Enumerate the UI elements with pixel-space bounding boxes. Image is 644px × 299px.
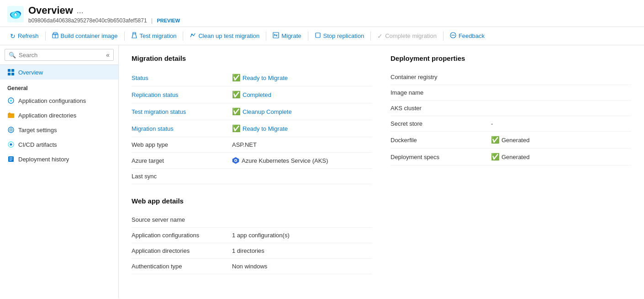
migrate-icon xyxy=(273,32,279,40)
replication-badge: ✅ Completed xyxy=(232,91,271,99)
svg-point-15 xyxy=(453,35,454,36)
dockerfile-label: Dockerfile xyxy=(391,137,491,144)
refresh-button[interactable]: ↻ Refresh xyxy=(5,30,43,42)
search-icon: 🔍 xyxy=(9,52,16,59)
test-migration-status-value: ✅ Cleanup Complete xyxy=(232,107,372,116)
toolbar-separator-7 xyxy=(443,32,443,41)
clean-up-label: Clean up test migration xyxy=(198,32,259,39)
auth-type-label: Authentication type xyxy=(132,263,232,270)
sidebar-item-deployment-history[interactable]: Deployment history xyxy=(0,152,118,166)
replication-status-value: ✅ Completed xyxy=(232,91,372,99)
toolbar-separator-2 xyxy=(124,32,125,41)
build-container-image-button[interactable]: Build container image xyxy=(48,30,122,42)
stop-replication-icon xyxy=(315,32,321,40)
feedback-icon xyxy=(450,32,456,40)
sidebar-item-cicd-artifacts[interactable]: CI/CD artifacts xyxy=(0,137,118,152)
azure-target-text: Azure Kubernetes Service (AKS) xyxy=(242,157,328,164)
sidebar-item-overview[interactable]: Overview xyxy=(0,65,118,80)
image-name-row: Image name xyxy=(391,85,631,101)
sidebar-overview-label: Overview xyxy=(18,69,43,76)
migration-details-section: Migration details Status ✅ Ready to Migr… xyxy=(132,54,372,184)
aks-cluster-row: AKS cluster xyxy=(391,101,631,116)
collapse-button[interactable]: « xyxy=(106,51,110,59)
app-configs-label: Application configurations xyxy=(132,232,232,239)
page-subtitle: b09806da640638a295278e040c9b6503afef5871… xyxy=(28,17,637,24)
feedback-button[interactable]: Feedback xyxy=(445,30,489,42)
aks-icon xyxy=(232,157,239,164)
last-sync-label: Last sync xyxy=(132,173,232,180)
svg-point-14 xyxy=(451,35,452,36)
status-value: ✅ Ready to Migrate xyxy=(232,74,372,82)
app-dirs-label: Application directories xyxy=(132,247,232,254)
build-label: Build container image xyxy=(61,32,118,39)
toolbar-separator-3 xyxy=(183,32,183,41)
deployment-specs-text: Generated xyxy=(501,154,529,160)
web-app-details-title: Web app details xyxy=(132,197,372,205)
sidebar-app-configurations-label: Application configurations xyxy=(18,97,86,104)
clean-up-button[interactable]: Clean up test migration xyxy=(185,30,264,42)
app-configurations-icon xyxy=(7,97,15,104)
page-header: Overview ... b09806da640638a295278e040c9… xyxy=(0,0,644,27)
test-migration-label: Test migration xyxy=(140,32,177,39)
replication-status-label: Replication status xyxy=(132,91,232,98)
migration-text: Ready to Migrate xyxy=(243,125,288,132)
more-options-button[interactable]: ... xyxy=(77,6,84,16)
migration-status-row: Migration status ✅ Ready to Migrate xyxy=(132,120,372,137)
app-directories-icon xyxy=(7,112,15,119)
deployment-specs-row: Deployment specs ✅ Generated xyxy=(391,149,631,166)
aks-cluster-label: AKS cluster xyxy=(391,105,491,112)
replication-dot: ✅ xyxy=(232,91,241,99)
search-box: 🔍 « xyxy=(5,49,114,61)
migrate-button[interactable]: Migrate xyxy=(268,30,306,42)
migrate-label: Migrate xyxy=(281,32,301,39)
complete-migration-button[interactable]: ✓ Complete migration xyxy=(373,30,441,42)
svg-rect-23 xyxy=(8,113,14,118)
preview-badge: PREVIEW xyxy=(157,18,180,23)
main-content: Migration details Status ✅ Ready to Migr… xyxy=(119,45,644,299)
title-text: Overview xyxy=(28,5,73,16)
svg-point-16 xyxy=(454,35,454,36)
sidebar-general-section: General xyxy=(0,80,118,93)
migration-status-label: Migration status xyxy=(132,125,232,132)
toolbar: ↻ Refresh Build container image Test mig… xyxy=(0,27,644,45)
sidebar-item-target-settings[interactable]: Target settings xyxy=(0,123,118,137)
stop-replication-button[interactable]: Stop replication xyxy=(310,30,369,42)
svg-point-28 xyxy=(10,144,12,146)
sidebar-item-app-configurations[interactable]: Application configurations xyxy=(0,93,118,108)
secret-store-value: - xyxy=(491,120,631,127)
svg-rect-20 xyxy=(11,73,14,75)
deployment-history-icon xyxy=(7,155,15,163)
search-input[interactable] xyxy=(19,52,101,59)
dockerfile-text: Generated xyxy=(501,137,529,144)
last-sync-row: Last sync xyxy=(132,169,372,184)
dockerfile-dot: ✅ xyxy=(491,136,500,144)
container-registry-label: Container registry xyxy=(391,74,491,80)
deployment-specs-badge: ✅ Generated xyxy=(491,153,529,161)
overview-icon xyxy=(7,69,15,76)
sidebar-app-directories-label: Application directories xyxy=(18,112,76,119)
auth-type-row: Authentication type Non windows xyxy=(132,259,372,274)
app-dirs-value: 1 directories xyxy=(232,247,372,254)
migration-badge: ✅ Ready to Migrate xyxy=(232,124,288,133)
main-layout: 🔍 « Overview General Application configu… xyxy=(0,45,644,299)
azure-target-value: Azure Kubernetes Service (AKS) xyxy=(232,157,372,164)
web-app-type-label: Web app type xyxy=(132,141,232,148)
svg-rect-19 xyxy=(8,73,11,75)
deployment-specs-label: Deployment specs xyxy=(391,154,491,160)
svg-rect-5 xyxy=(15,15,16,16)
toolbar-separator-4 xyxy=(266,32,266,41)
target-settings-icon xyxy=(7,126,15,133)
replication-status-row: Replication status ✅ Completed xyxy=(132,86,372,103)
status-badge: ✅ Ready to Migrate xyxy=(232,74,288,82)
test-migration-badge: ✅ Cleanup Complete xyxy=(232,107,292,116)
source-server-row: Source server name xyxy=(132,212,372,228)
web-app-type-value: ASP.NET xyxy=(232,141,372,148)
sidebar-item-app-directories[interactable]: Application directories xyxy=(0,108,118,123)
svg-rect-12 xyxy=(316,33,320,37)
web-app-details-section: Web app details Source server name Appli… xyxy=(132,197,372,274)
stop-replication-label: Stop replication xyxy=(323,32,364,39)
test-migration-button[interactable]: Test migration xyxy=(127,30,181,42)
dockerfile-row: Dockerfile ✅ Generated xyxy=(391,132,631,149)
app-configs-value: 1 app configuration(s) xyxy=(232,232,372,239)
complete-migration-label: Complete migration xyxy=(385,32,437,39)
